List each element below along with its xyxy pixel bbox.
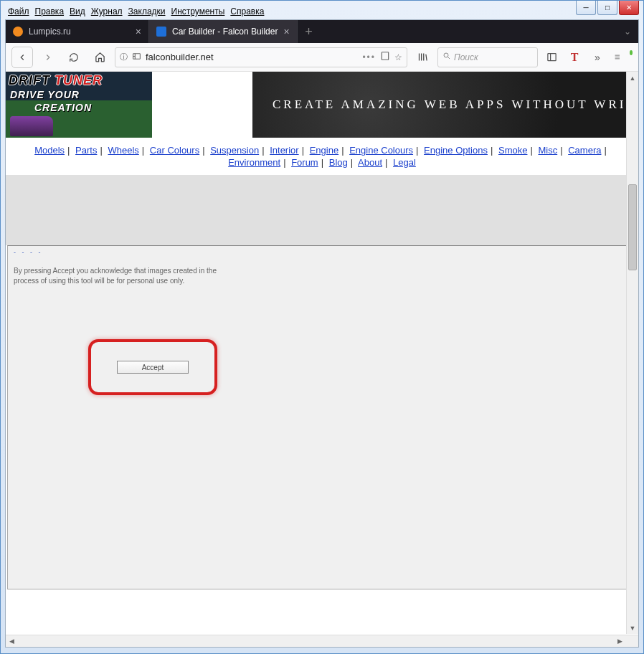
back-button[interactable]: [11, 47, 33, 68]
menu-tools[interactable]: Инструменты: [171, 6, 225, 16]
tab-favicon-icon: [13, 27, 23, 37]
minimize-button[interactable]: ─: [576, 1, 596, 15]
search-input[interactable]: Поиск: [437, 47, 538, 67]
tracking-icon[interactable]: [132, 52, 141, 63]
nav-forum[interactable]: Forum: [291, 157, 318, 168]
ad-placeholder: [6, 175, 638, 245]
vertical-scrollbar[interactable]: ▲ ▼: [626, 72, 638, 634]
menu-bar: Файл Правка Вид Журнал Закладки Инструме…: [5, 5, 639, 19]
reload-button[interactable]: [63, 47, 85, 68]
horizontal-scrollbar[interactable]: ◀ ▶: [6, 635, 638, 647]
nav-wheels[interactable]: Wheels: [108, 145, 138, 156]
nav-about[interactable]: About: [358, 157, 382, 168]
app-menu-button[interactable]: [614, 52, 633, 62]
panel-header-dashes: - - - -: [14, 249, 43, 256]
svg-point-2: [444, 53, 448, 57]
nav-legal[interactable]: Legal: [393, 157, 416, 168]
tab-label: Car Builder - Falcon Builder: [172, 27, 278, 37]
nav-engine-colours[interactable]: Engine Colours: [349, 145, 413, 156]
sidebar-button[interactable]: [542, 52, 561, 62]
url-text: falconbuilder.net: [146, 52, 358, 62]
builder-panel: - - - - By pressing Accept you acknowled…: [7, 245, 637, 589]
nav-parts[interactable]: Parts: [75, 145, 97, 156]
ad-banner[interactable]: CREATE AMAZING WEB APPS WITHOUT WRITING: [252, 72, 638, 138]
menu-view[interactable]: Вид: [70, 6, 85, 16]
nav-misc[interactable]: Misc: [538, 145, 557, 156]
scroll-thumb[interactable]: [628, 184, 637, 270]
nav-camera[interactable]: Camera: [568, 145, 601, 156]
svg-rect-1: [382, 52, 388, 60]
scroll-left-icon[interactable]: ◀: [6, 635, 18, 647]
bookmark-star-icon[interactable]: ☆: [394, 52, 402, 62]
menu-edit[interactable]: Правка: [35, 6, 65, 16]
svg-rect-3: [547, 54, 555, 61]
search-icon: [442, 52, 451, 62]
nav-suspension[interactable]: Suspension: [210, 145, 259, 156]
tab-lumpics[interactable]: Lumpics.ru ×: [6, 20, 149, 43]
forward-button[interactable]: [37, 47, 59, 68]
menu-history[interactable]: Журнал: [91, 6, 123, 16]
close-tab-icon[interactable]: ×: [136, 26, 141, 37]
nav-engine-options[interactable]: Engine Options: [424, 145, 488, 156]
search-placeholder: Поиск: [454, 52, 478, 62]
extension-t-button[interactable]: T: [565, 51, 584, 64]
scroll-up-icon[interactable]: ▲: [627, 72, 638, 84]
library-button[interactable]: [412, 47, 433, 68]
scroll-right-icon[interactable]: ▶: [614, 635, 626, 647]
car-graphic-icon: [10, 116, 53, 136]
tab-favicon-icon: [156, 27, 166, 37]
close-window-button[interactable]: ✕: [619, 1, 639, 15]
nav-environment[interactable]: Environment: [228, 157, 280, 168]
new-tab-button[interactable]: +: [298, 20, 321, 43]
tabs-overflow-icon[interactable]: ⌄: [617, 20, 638, 43]
nav-smoke[interactable]: Smoke: [498, 145, 527, 156]
nav-blog[interactable]: Blog: [329, 157, 348, 168]
scroll-down-icon[interactable]: ▼: [627, 622, 638, 634]
site-info-icon[interactable]: ⓘ: [120, 52, 128, 62]
nav-models[interactable]: Models: [34, 145, 65, 156]
site-nav: Models| Parts| Wheels| Car Colours| Susp…: [6, 138, 638, 175]
menu-bookmarks[interactable]: Закладки: [128, 6, 166, 16]
close-tab-icon[interactable]: ×: [283, 26, 289, 37]
menu-file[interactable]: Файл: [8, 6, 29, 16]
address-bar[interactable]: ⓘ falconbuilder.net ••• ☆: [115, 47, 407, 67]
accept-highlight: Accept: [88, 339, 217, 395]
nav-engine[interactable]: Engine: [310, 145, 338, 156]
page-content: DRIFT TUNER DRIVE YOUR CREATION CREATE A…: [6, 72, 638, 647]
nav-car-colours[interactable]: Car Colours: [150, 145, 199, 156]
page-actions-icon[interactable]: •••: [362, 52, 376, 62]
tab-falconbuilder[interactable]: Car Builder - Falcon Builder ×: [149, 20, 298, 43]
tab-label: Lumpics.ru: [29, 27, 71, 37]
disclaimer-text: By pressing Accept you acknowledge that …: [14, 266, 229, 286]
accept-button[interactable]: Accept: [117, 361, 189, 374]
banner-text: CREATE AMAZING WEB APPS WITHOUT WRITING: [273, 98, 638, 112]
overflow-button[interactable]: »: [588, 52, 607, 63]
tab-strip: Lumpics.ru × Car Builder - Falcon Builde…: [6, 20, 638, 43]
reader-icon[interactable]: [380, 51, 390, 63]
notification-badge-icon: [630, 50, 633, 55]
drift-tuner-promo[interactable]: DRIFT TUNER DRIVE YOUR CREATION: [6, 72, 152, 138]
maximize-button[interactable]: □: [597, 1, 617, 15]
toolbar: ⓘ falconbuilder.net ••• ☆ Поиск: [6, 43, 638, 72]
nav-interior[interactable]: Interior: [270, 145, 298, 156]
menu-help[interactable]: Справка: [230, 6, 264, 16]
home-button[interactable]: [89, 47, 110, 68]
